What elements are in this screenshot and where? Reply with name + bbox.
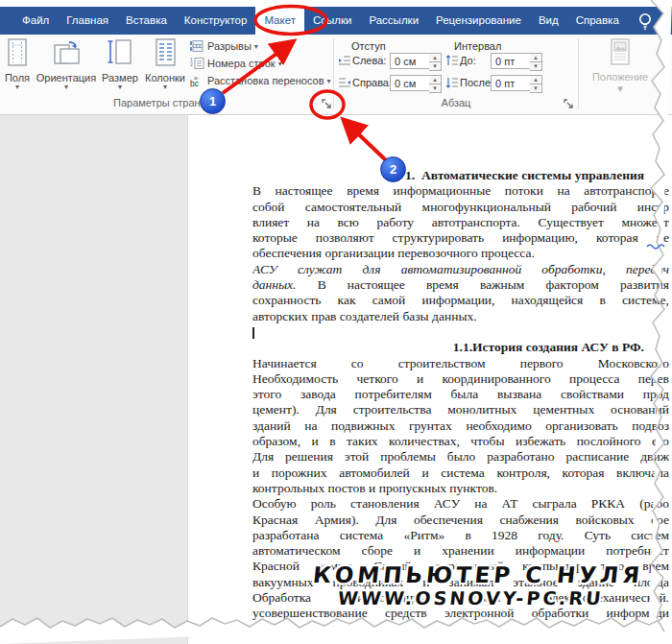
spacing-before-input[interactable] — [491, 53, 531, 69]
svg-text:2: 2 — [190, 61, 193, 67]
page-break-icon — [190, 39, 204, 53]
doc-line: которые позволяют структурировать информ… — [252, 230, 669, 246]
indent-right-icon — [338, 77, 350, 88]
doc-line: автоматическом сборе и хранении информац… — [252, 543, 669, 559]
line-numbers-button[interactable]: 1 2 Номера строк ▾ — [190, 56, 282, 71]
title-bar: ФайлГлавнаяВставкаКонструкторМакетСсылки… — [0, 7, 672, 35]
doc-line: АСУ служат для автоматизированной обрабо… — [252, 262, 669, 277]
doc-line: этого завода потребителям была вызвана с… — [252, 387, 669, 402]
doc-line: влияет на всю работу автотранспорта. Сущ… — [252, 215, 669, 230]
chevron-down-icon: ▾ — [2, 83, 33, 90]
tab-ссылки[interactable]: Ссылки — [304, 7, 361, 35]
group-separator — [578, 38, 579, 109]
tab-вид[interactable]: Вид — [530, 7, 567, 35]
spacing-before-label: До: — [460, 55, 476, 66]
hyphenation-button[interactable]: a- bc Расстановка переносов ▾ — [190, 73, 331, 88]
text-cursor-line — [252, 324, 669, 340]
indent-right-label: Справа: — [352, 77, 392, 88]
line-numbers-icon: 1 2 — [190, 57, 204, 70]
doc-line: обеспечения организации перевозочного пр… — [252, 246, 669, 261]
chevron-down-icon: ▾ — [35, 83, 98, 90]
doc-line: Для решения этой проблемы было разработа… — [252, 449, 669, 465]
group-separator — [333, 38, 334, 109]
chevron-down-icon: ▾ — [582, 83, 659, 95]
indent-right-stepper[interactable]: ▲▼ — [429, 75, 442, 93]
tab-макет[interactable]: Макет — [255, 7, 304, 35]
doc-line: разработана система «Ритм» в 1928 году. … — [252, 528, 669, 543]
doc-line: зданий на подвижных грунтах необходимо о… — [252, 418, 669, 434]
spacing-heading: Интервал — [454, 40, 501, 52]
chevron-down-icon: ▾ — [326, 77, 330, 85]
doc-line: 1. Автоматические системы управления — [252, 168, 669, 183]
step-badge-2: 2 — [380, 156, 406, 182]
orientation-icon — [50, 37, 83, 68]
spacing-before-stepper[interactable]: ▲▼ — [530, 53, 542, 71]
spacing-after-icon — [445, 77, 458, 88]
tab-рецензирование[interactable]: Рецензирование — [427, 7, 530, 35]
breaks-label: Разрывы — [207, 40, 252, 52]
watermark-line2: WWW.OSNOVY-PC.RU — [337, 587, 605, 608]
doc-line: В настоящее время информационные потоки … — [252, 183, 669, 199]
watermark-line1: КОМПЬЮТЕР С НУЛЯ — [312, 562, 645, 587]
doc-line: контрольных постов и пропускных пунктов. — [252, 481, 669, 496]
doc-line: 1.1.История создания АСУ в РФ. — [252, 340, 669, 355]
word-window: ФайлГлавнаяВставкаКонструкторМакетСсылки… — [0, 0, 672, 644]
doc-line: образом, и в таких количествах, чтобы из… — [252, 434, 669, 449]
wrap-text-button-partial: О — [657, 70, 665, 82]
indent-left-stepper[interactable]: ▲▼ — [429, 53, 442, 71]
doc-line: авторских прав создателей базы данных. — [252, 309, 669, 324]
doc-line: цемент). Для строительства монолитных це… — [252, 402, 669, 417]
indent-right-input[interactable] — [390, 75, 430, 91]
indent-heading: Отступ — [351, 40, 386, 52]
doc-line: собой самостоятельный многофункциональны… — [252, 200, 669, 215]
ribbon: Поля ▾ Ориентация ▾ Размер ▾ — [0, 35, 672, 115]
position-button-disabled: Положение ▾ — [582, 37, 659, 97]
doc-line: сохранность как самой информации, находя… — [252, 293, 669, 308]
doc-line: и порожних автомобилей и система контрол… — [252, 465, 669, 481]
tab-файл[interactable]: Файл — [13, 7, 58, 35]
tab-справка[interactable]: Справка — [567, 7, 628, 35]
doc-line: данных. В настоящее время важным факторо… — [252, 277, 669, 293]
line-numbers-label: Номера строк — [207, 58, 276, 69]
tell-me-lightbulb-icon[interactable] — [634, 10, 657, 33]
spacing-before-icon — [445, 55, 458, 66]
page-setup-dialog-launcher[interactable] — [321, 98, 333, 110]
doc-line: Красная Армия). Для обеспечения снабжени… — [252, 513, 669, 528]
columns-icon — [151, 37, 180, 68]
text-cursor — [252, 327, 254, 339]
position-icon — [608, 37, 633, 66]
chevron-down-icon: ▾ — [98, 83, 142, 90]
chevron-down-icon: ▾ — [142, 83, 188, 90]
paragraph-dialog-launcher[interactable] — [563, 98, 575, 110]
size-button[interactable]: Размер ▾ — [98, 37, 142, 97]
step-badge-1: 1 — [200, 88, 226, 114]
tab-конструктор[interactable]: Конструктор — [176, 7, 256, 35]
chevron-down-icon: ▾ — [254, 42, 258, 51]
tab-главная[interactable]: Главная — [58, 7, 117, 35]
spacing-after-label: После: — [460, 77, 493, 88]
margins-button[interactable]: Поля ▾ — [2, 37, 33, 97]
orientation-button[interactable]: Ориентация ▾ — [35, 37, 98, 97]
chevron-down-icon: ▾ — [278, 60, 282, 68]
size-icon — [106, 37, 134, 68]
document-text: 1. Автоматические системы управленияВ на… — [252, 168, 669, 622]
columns-button[interactable]: Колонки ▾ — [142, 37, 188, 97]
page-setup-group-label: Параметры страницы — [2, 97, 331, 108]
position-label: Положение — [582, 71, 659, 83]
paragraph-group-label: Абзац — [336, 97, 576, 108]
hyphenation-label: Расстановка переносов — [207, 75, 324, 86]
hyphenation-icon: a- bc — [190, 74, 204, 87]
spacing-after-stepper[interactable]: ▲▼ — [530, 75, 542, 93]
spacing-after-input[interactable] — [491, 75, 531, 91]
tab-рассылки[interactable]: Рассылки — [360, 7, 427, 35]
doc-line: Особую роль становления АСУ на АТ сыграл… — [252, 496, 669, 512]
doc-line: Необходимость четкого и координированног… — [252, 371, 669, 387]
svg-text:bc: bc — [190, 79, 200, 88]
indent-left-label: Слева: — [352, 55, 386, 66]
tab-вставка[interactable]: Вставка — [117, 7, 176, 35]
doc-line: Начинается со строительством первого Мос… — [252, 356, 669, 371]
breaks-button[interactable]: Разрывы ▾ — [190, 38, 258, 54]
indent-left-icon — [338, 55, 350, 66]
margins-icon — [3, 37, 32, 68]
indent-left-input[interactable] — [390, 53, 430, 69]
